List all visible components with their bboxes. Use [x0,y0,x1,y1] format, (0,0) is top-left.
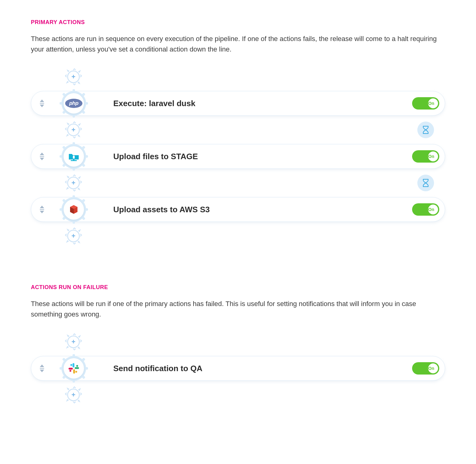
svg-point-51 [69,370,71,372]
plus-icon: + [72,73,76,81]
svg-rect-39 [84,367,88,370]
svg-rect-46 [73,369,75,374]
svg-rect-5 [84,102,88,105]
action-icon-gear: php [60,89,88,118]
add-step-button[interactable]: + [65,386,82,404]
svg-point-50 [75,371,77,373]
drag-handle[interactable] [31,152,48,160]
svg-rect-47 [69,368,73,370]
sftp-icon [68,151,80,162]
svg-rect-45 [75,367,79,369]
action-upload-files-to-stage[interactable]: Upload files to STAGE On [31,144,445,169]
slack-icon [68,362,80,374]
add-step-button[interactable]: + [65,174,82,192]
primary-actions-heading: PRIMARY ACTIONS [31,19,445,26]
svg-rect-14 [60,155,64,158]
action-toggle[interactable]: On [412,362,439,375]
hourglass-icon [422,126,429,134]
add-step-button[interactable]: + [65,121,82,139]
aws-s3-icon [68,204,79,215]
svg-rect-38 [60,367,64,370]
connector: + [31,169,445,197]
action-label: Send notification to QA [113,364,412,373]
svg-rect-22 [73,160,74,160]
svg-rect-25 [73,195,75,200]
svg-rect-28 [84,208,88,211]
svg-point-48 [70,364,72,366]
wait-step-button[interactable] [417,122,434,138]
add-step-button[interactable]: + [65,68,82,86]
action-send-notification-qa[interactable]: Send notification to QA On [31,356,445,381]
plus-icon: + [72,391,76,399]
svg-rect-4 [60,102,64,105]
failure-pipeline: + [31,328,445,409]
action-label: Upload files to STAGE [113,152,412,161]
svg-rect-44 [73,363,74,367]
action-label: Upload assets to AWS S3 [113,205,412,214]
php-icon: php [65,99,82,108]
svg-rect-15 [84,155,88,158]
failure-actions-heading: ACTIONS RUN ON FAILURE [31,284,445,291]
action-icon-gear [60,195,88,224]
action-toggle[interactable]: On [412,97,439,110]
drag-handle[interactable] [31,364,48,372]
svg-rect-36 [73,354,75,358]
action-toggle[interactable]: On [412,150,439,163]
connector: + [31,116,445,144]
plus-icon: + [72,232,76,240]
drag-handle[interactable] [31,99,48,107]
plus-icon: + [72,179,76,187]
primary-actions-description: These actions are run in sequence on eve… [31,34,445,55]
action-execute-laravel-dusk[interactable]: php Execute: laravel dusk On [31,91,445,116]
svg-point-49 [76,365,78,367]
svg-rect-2 [73,89,75,93]
action-toggle[interactable]: On [412,203,439,216]
svg-rect-27 [60,208,64,211]
failure-actions-description: These actions will be run if one of the … [31,299,445,320]
plus-icon: + [72,338,76,346]
connector: + [31,328,445,356]
wait-step-button[interactable] [417,175,434,191]
toggle-state: On [426,366,436,371]
svg-rect-12 [73,142,75,147]
action-icon-gear [60,354,88,383]
toggle-state: On [426,101,436,106]
add-step-button[interactable]: + [65,227,82,245]
drag-handle[interactable] [31,205,48,213]
toggle-state: On [426,207,436,212]
connector: + [31,222,445,250]
action-upload-assets-aws-s3[interactable]: Upload assets to AWS S3 On [31,197,445,222]
add-step-button[interactable]: + [65,333,82,351]
connector: + [31,63,445,91]
svg-rect-20 [73,156,75,159]
primary-pipeline: + php Execute: laravel dusk [31,63,445,250]
plus-icon: + [72,126,76,134]
action-label: Execute: laravel dusk [113,99,412,108]
connector: + [31,381,445,409]
toggle-state: On [426,154,436,159]
action-icon-gear [60,142,88,171]
